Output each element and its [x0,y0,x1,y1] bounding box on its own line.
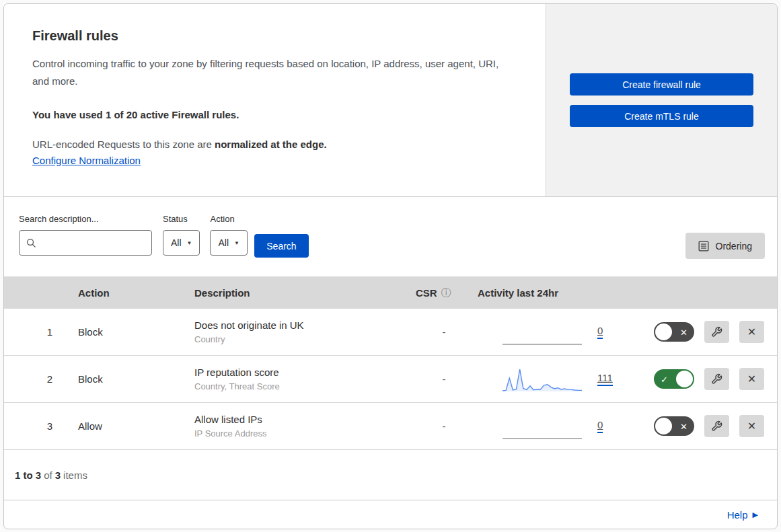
activity-sparkline [502,413,583,440]
actions-panel: Create firewall rule Create mTLS rule [546,4,777,196]
header-content: Firewall rules Control incoming traffic … [4,4,546,196]
search-group: Search description... [19,214,152,256]
rule-action: Block [65,326,182,338]
activity-sparkline [502,319,583,346]
activity-count-link[interactable]: 111 [597,372,613,386]
delete-rule-button[interactable]: ✕ [739,415,764,437]
status-dropdown[interactable]: All ▼ [163,230,200,256]
status-selected-value: All [171,237,182,248]
filter-bar: Search description... Status All ▼ Actio… [4,197,777,276]
close-icon: ✕ [747,326,756,338]
items-total: 3 [55,469,61,481]
toggle-knob [655,324,672,340]
normalization-text: URL-encoded Requests to this zone are [32,139,215,150]
close-icon: ✕ [747,373,756,385]
edit-rule-button[interactable] [704,321,729,343]
action-label: Action [210,214,247,224]
rule-description: Allow listed IPs [194,414,410,425]
search-input-wrapper[interactable] [19,230,152,256]
rule-priority: 3 [4,420,65,432]
rule-fields: Country, Threat Score [194,381,410,391]
table-row: 3 Allow Allow listed IPs IP Source Addre… [4,403,777,450]
ordering-label: Ordering [716,241,752,252]
action-column-header: Action [65,287,182,299]
rule-enable-toggle[interactable]: ✕ ✓ [654,322,694,342]
csr-column-header: CSR ⓘ [410,287,478,299]
toggle-knob [655,418,672,434]
help-link[interactable]: Help [727,509,748,521]
activity-sparkline [502,366,583,393]
activity-column-header: Activity last 24hr [478,287,639,299]
items-of: of [44,469,52,481]
rule-fields: IP Source Address [194,428,410,439]
delete-rule-button[interactable]: ✕ [739,321,764,343]
action-dropdown[interactable]: All ▼ [210,230,247,256]
ordering-button[interactable]: Ordering [685,233,765,259]
rule-action: Block [65,373,182,385]
edit-rule-button[interactable] [704,415,729,437]
rule-description-cell: Does not originate in UK Country [182,319,410,344]
help-bar: Help ▶ [4,500,777,529]
create-firewall-rule-button[interactable]: Create firewall rule [570,73,753,96]
table-row: 2 Block IP reputation score Country, Thr… [4,356,777,403]
activity-count-link[interactable]: 0 [597,419,603,433]
wrench-icon [711,420,722,432]
rule-description: Does not originate in UK [194,319,410,331]
usage-summary: You have used 1 of 20 active Firewall ru… [32,109,517,120]
normalization-bold: normalized at the edge. [215,139,327,150]
chevron-down-icon: ▼ [187,240,192,246]
ordering-list-icon [698,241,709,252]
rule-csr-value: - [410,420,478,432]
action-selected-value: All [218,237,229,248]
search-input[interactable] [42,237,145,248]
rule-enable-toggle[interactable]: ✕ ✓ [654,369,694,389]
csr-header-label: CSR [416,287,437,299]
description-column-header: Description [182,287,410,299]
create-mtls-rule-button[interactable]: Create mTLS rule [570,105,753,127]
delete-rule-button[interactable]: ✕ [739,368,764,390]
rule-controls: ✕ ✓ ✕ [639,368,777,390]
chevron-down-icon: ▼ [234,240,239,246]
rule-activity-cell: 0 [478,319,639,346]
rule-activity-cell: 111 [478,366,639,393]
items-range: 1 to 3 [15,469,41,481]
edit-rule-button[interactable] [704,368,729,390]
configure-normalization-link[interactable]: Configure Normalization [32,155,141,166]
info-icon[interactable]: ⓘ [441,287,451,299]
rule-activity-cell: 0 [478,413,639,440]
toggle-off-icon: ✕ [680,422,687,430]
activity-count-link[interactable]: 0 [597,325,603,339]
rule-action: Allow [65,420,182,432]
firewall-rules-panel: Firewall rules Control incoming traffic … [3,3,778,529]
rule-controls: ✕ ✓ ✕ [639,321,777,343]
search-label: Search description... [19,214,152,224]
action-filter-group: Action All ▼ [210,214,247,256]
normalization-note: URL-encoded Requests to this zone are no… [32,139,517,150]
items-label: items [63,469,87,481]
rule-description-cell: IP reputation score Country, Threat Scor… [182,367,410,391]
rule-fields: Country [194,334,410,344]
header-section: Firewall rules Control incoming traffic … [4,4,777,197]
toggle-off-icon: ✕ [680,328,687,336]
close-icon: ✕ [747,420,756,432]
toggle-knob [676,371,693,387]
status-label: Status [163,214,200,224]
rule-csr-value: - [410,373,478,385]
table-row: 1 Block Does not originate in UK Country… [4,309,777,356]
rule-priority: 2 [4,373,65,385]
toggle-on-icon: ✓ [661,375,668,383]
rule-description: IP reputation score [194,367,410,378]
rule-enable-toggle[interactable]: ✕ ✓ [654,416,694,436]
table-header: Action Description CSR ⓘ Activity last 2… [4,276,777,309]
search-button[interactable]: Search [254,234,309,258]
rule-csr-value: - [410,326,478,338]
rule-description-cell: Allow listed IPs IP Source Address [182,414,410,439]
help-arrow-icon: ▶ [753,510,758,519]
page-title: Firewall rules [32,28,517,44]
wrench-icon [711,326,722,338]
status-filter-group: Status All ▼ [163,214,200,256]
pagination-summary: 1 to 3 of 3 items [4,450,777,500]
rule-priority: 1 [4,326,65,338]
rule-controls: ✕ ✓ ✕ [639,415,777,437]
search-icon [26,238,36,248]
